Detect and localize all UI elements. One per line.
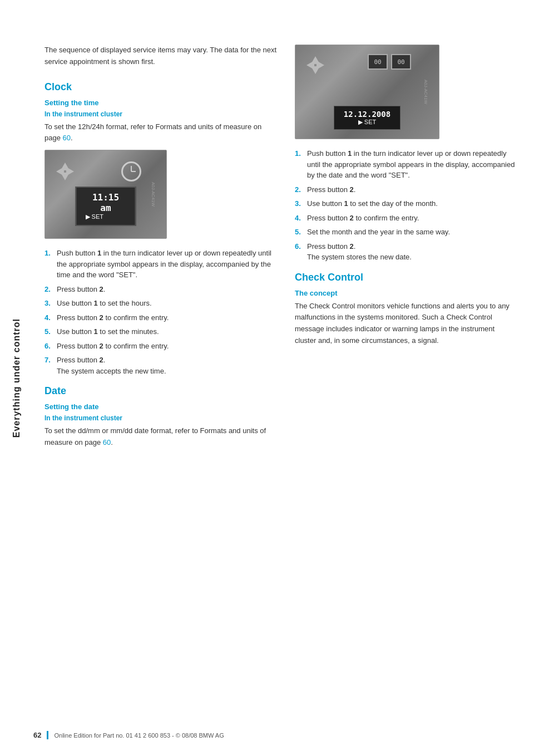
left-cluster-image: 11:15 am ▶ SET A0J-AC41W (44, 150, 167, 239)
right-cluster-image: 00 00 12.12.2008 ▶ SET A0J-AC41W (295, 45, 439, 139)
time-display: 11:15 am (86, 192, 126, 213)
date-section: Date Setting the date In the instrument … (44, 385, 278, 449)
date-instrument-label: In the instrument cluster (44, 414, 278, 422)
date-step-3: 3. Use button 1 to set the day of the mo… (295, 198, 517, 209)
check-control-section: Check Control The concept The Check Cont… (295, 272, 517, 347)
setting-time-title: Setting the time (44, 99, 278, 107)
clock-step-7: 7. Press button 2.The system accepts the… (44, 355, 278, 376)
page-footer: 62 Online Edition for Part no. 01 41 2 6… (33, 731, 534, 739)
footer-text: Online Edition for Part no. 01 41 2 600 … (54, 732, 224, 739)
date-title: Date (44, 385, 278, 397)
time-display-box: 11:15 am ▶ SET (76, 186, 136, 226)
set-display: ▶ SET (86, 213, 126, 220)
right-column: 00 00 12.12.2008 ▶ SET A0J-AC41W 1. Push (295, 45, 517, 734)
svg-marker-2 (56, 167, 64, 176)
clock-steps-list: 1. Push button 1 in the turn indicator l… (44, 248, 278, 376)
clock-step-6: 6. Press button 2 to confirm the entry. (44, 341, 278, 352)
nav-arrows-icon (54, 160, 76, 186)
date-steps-list: 1. Push button 1 in the turn indicator l… (295, 148, 517, 263)
page-wrapper: Everything under control The sequence of… (0, 0, 534, 756)
clock-face-icon (121, 161, 141, 181)
date-display-box: 12.12.2008 ▶ SET (334, 106, 400, 130)
instrument-cluster-label: In the instrument cluster (44, 110, 278, 118)
date-instrument-text: To set the dd/mm or mm/dd date format, r… (44, 425, 278, 449)
main-content: The sequence of displayed service items … (33, 0, 534, 756)
date-step-2: 2. Press button 2. (295, 184, 517, 195)
clock-step-3: 3. Use button 1 to set the hours. (44, 298, 278, 309)
format-link-left[interactable]: 60 (63, 134, 71, 142)
date-set-display: ▶ SET (342, 119, 392, 126)
date-step-6: 6. Press button 2.The system stores the … (295, 241, 517, 263)
instrument-cluster-text: To set the 12h/24h format, refer to Form… (44, 121, 278, 145)
date-display: 12.12.2008 (342, 110, 392, 119)
clock-step-1: 1. Push button 1 in the turn indicator l… (44, 248, 278, 281)
date-step-5: 5. Set the month and the year in the sam… (295, 227, 517, 238)
clock-title: Clock (44, 81, 278, 93)
concept-text: The Check Control monitors vehicle funct… (295, 301, 517, 347)
page-number: 62 (33, 731, 48, 739)
right-nav-arrows-icon (304, 54, 327, 78)
clock-step-5: 5. Use button 1 to set the minutes. (44, 326, 278, 337)
clock-step-2: 2. Press button 2. (44, 284, 278, 295)
sidebar-label: Everything under control (12, 318, 22, 438)
concept-title: The concept (295, 289, 517, 297)
left-column: The sequence of displayed service items … (44, 45, 278, 734)
svg-marker-3 (66, 167, 74, 176)
digit-boxes: 00 00 (368, 54, 411, 70)
date-step-4: 4. Press button 2 to confirm the entry. (295, 213, 517, 224)
check-control-title: Check Control (295, 272, 517, 283)
clock-section: Clock Setting the time In the instrument… (44, 81, 278, 377)
sidebar: Everything under control (0, 0, 33, 756)
setting-date-title: Setting the date (44, 402, 278, 411)
clock-step-4: 4. Press button 2 to confirm the entry. (44, 312, 278, 323)
intro-paragraph: The sequence of displayed service items … (44, 45, 278, 68)
date-format-link[interactable]: 60 (103, 438, 111, 446)
date-step-1: 1. Push button 1 in the turn indicator l… (295, 148, 517, 181)
svg-marker-6 (306, 61, 314, 70)
image-watermark: A0J-AC41W (150, 182, 155, 207)
right-image-watermark: A0J-AC41W (423, 80, 428, 104)
svg-marker-7 (317, 61, 324, 70)
